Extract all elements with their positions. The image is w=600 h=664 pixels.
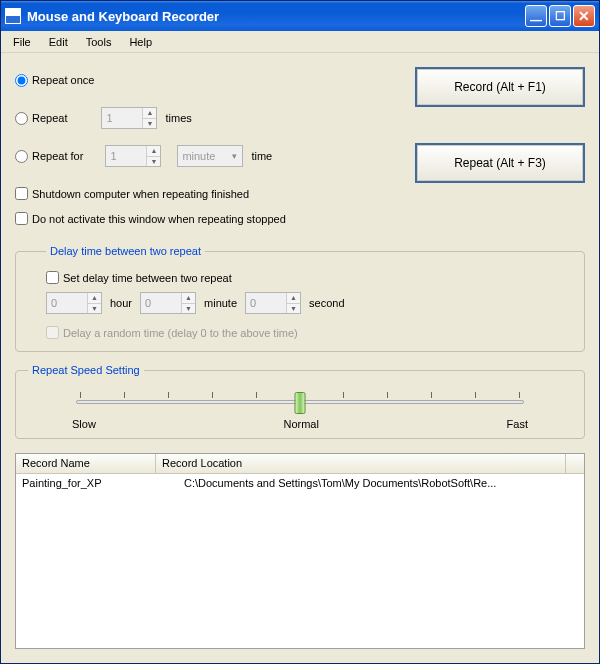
col-spacer [566,454,584,473]
speed-slow-label: Slow [72,418,96,430]
app-icon [5,8,21,24]
no-activate-checkbox[interactable] [15,212,28,225]
content-area: Repeat once Repeat ▲▼ times Repeat for [1,53,599,663]
col-record-location[interactable]: Record Location [156,454,566,473]
menubar: File Edit Tools Help [1,31,599,53]
delay-random-label: Delay a random time (delay 0 to the abov… [63,327,298,339]
repeat-for-unit-combo[interactable]: minute ▾ [177,145,243,167]
repeat-for-label: Repeat for [32,150,83,162]
set-delay-label: Set delay time between two repeat [63,272,232,284]
speed-legend: Repeat Speed Setting [28,364,144,376]
delay-second-spinner[interactable]: ▲▼ [245,292,301,314]
chevron-up-icon[interactable]: ▲ [143,108,156,118]
record-location-cell: C:\Documents and Settings\Tom\My Documen… [156,476,584,490]
speed-normal-label: Normal [283,418,318,430]
speed-fieldset: Repeat Speed Setting Slow Normal Fast [15,364,585,439]
chevron-down-icon[interactable]: ▼ [88,303,101,314]
delay-minute-spinner[interactable]: ▲▼ [140,292,196,314]
menu-tools[interactable]: Tools [78,34,120,50]
col-record-name[interactable]: Record Name [16,454,156,473]
titlebar: Mouse and Keyboard Recorder — ☐ ✕ [1,1,599,31]
chevron-up-icon[interactable]: ▲ [88,293,101,303]
delay-random-checkbox [46,326,59,339]
record-button[interactable]: Record (Alt + F1) [415,67,585,107]
chevron-down-icon[interactable]: ▼ [287,303,300,314]
delay-hour-input[interactable] [47,293,87,313]
chevron-up-icon[interactable]: ▲ [287,293,300,303]
list-header: Record Name Record Location [16,454,584,474]
repeat-count-input[interactable] [102,108,142,128]
repeat-once-label: Repeat once [32,74,94,86]
chevron-up-icon[interactable]: ▲ [182,293,195,303]
delay-minute-label: minute [204,297,237,309]
delay-legend: Delay time between two repeat [46,245,205,257]
list-row[interactable]: Painting_for_XP C:\Documents and Setting… [16,474,584,492]
window-title: Mouse and Keyboard Recorder [27,9,525,24]
shutdown-label: Shutdown computer when repeating finishe… [32,188,249,200]
chevron-down-icon: ▾ [226,151,242,161]
record-name-cell: Painting_for_XP [16,476,156,490]
menu-help[interactable]: Help [121,34,160,50]
speed-slider[interactable] [76,400,524,404]
delay-minute-input[interactable] [141,293,181,313]
close-button[interactable]: ✕ [573,5,595,27]
no-activate-label: Do not activate this window when repeati… [32,213,286,225]
chevron-down-icon[interactable]: ▼ [182,303,195,314]
app-window: Mouse and Keyboard Recorder — ☐ ✕ File E… [0,0,600,664]
menu-file[interactable]: File [5,34,39,50]
chevron-up-icon[interactable]: ▲ [147,146,160,156]
shutdown-checkbox[interactable] [15,187,28,200]
delay-second-label: second [309,297,344,309]
delay-fieldset: Delay time between two repeat Set delay … [15,245,585,352]
repeat-n-label: Repeat [32,112,67,124]
chevron-down-icon[interactable]: ▼ [147,156,160,167]
repeat-for-unit-value: minute [182,150,215,162]
repeat-once-radio[interactable] [15,74,28,87]
repeat-for-value-spinner[interactable]: ▲▼ [105,145,161,167]
repeat-count-spinner[interactable]: ▲▼ [101,107,157,129]
record-list: Record Name Record Location Painting_for… [15,453,585,649]
slider-thumb[interactable] [295,392,306,414]
repeat-n-radio[interactable] [15,112,28,125]
menu-edit[interactable]: Edit [41,34,76,50]
speed-fast-label: Fast [507,418,528,430]
repeat-for-value-input[interactable] [106,146,146,166]
chevron-down-icon[interactable]: ▼ [143,118,156,129]
set-delay-checkbox[interactable] [46,271,59,284]
repeat-button[interactable]: Repeat (Alt + F3) [415,143,585,183]
maximize-button[interactable]: ☐ [549,5,571,27]
repeat-for-suffix: time [251,150,272,162]
repeat-for-radio[interactable] [15,150,28,163]
delay-second-input[interactable] [246,293,286,313]
delay-hour-label: hour [110,297,132,309]
repeat-times-suffix: times [165,112,191,124]
delay-hour-spinner[interactable]: ▲▼ [46,292,102,314]
minimize-button[interactable]: — [525,5,547,27]
